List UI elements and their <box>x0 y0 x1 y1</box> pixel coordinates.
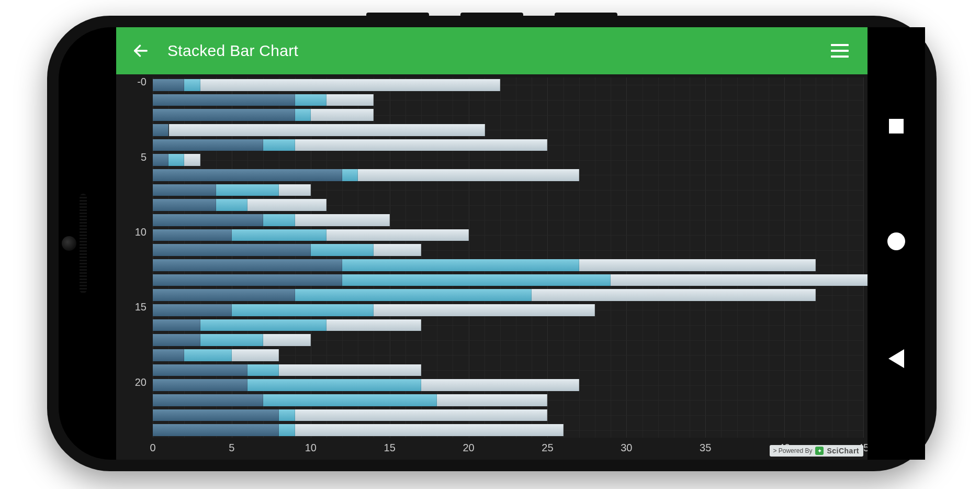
bar-segment-series3[interactable] <box>358 169 579 181</box>
plot-area[interactable] <box>153 77 863 438</box>
x-tick-label: 10 <box>305 442 317 454</box>
bar-row <box>153 409 547 421</box>
hamburger-menu-button[interactable] <box>831 39 855 63</box>
bar-row <box>153 379 579 391</box>
bar-segment-series3[interactable] <box>611 274 868 286</box>
bar-segment-series2[interactable] <box>168 154 184 165</box>
bar-segment-series3[interactable] <box>169 124 485 136</box>
arrow-left-icon <box>132 42 150 60</box>
bar-segment-series3[interactable] <box>437 394 547 406</box>
bar-segment-series3[interactable] <box>184 154 200 165</box>
bar-segment-series1[interactable] <box>153 364 247 376</box>
bar-segment-series1[interactable] <box>153 109 295 120</box>
bar-segment-series3[interactable] <box>311 109 374 120</box>
bar-segment-series3[interactable] <box>421 379 579 391</box>
x-tick-label: 20 <box>463 442 474 454</box>
bar-segment-series1[interactable] <box>153 139 263 151</box>
bar-segment-series1[interactable] <box>153 214 263 226</box>
bar-segment-series1[interactable] <box>153 124 168 136</box>
bar-segment-series1[interactable] <box>153 424 279 436</box>
bar-segment-series2[interactable] <box>216 199 247 210</box>
bar-segment-series3[interactable] <box>295 409 548 421</box>
bar-segment-series1[interactable] <box>153 394 263 406</box>
x-tick-label: 5 <box>229 442 234 454</box>
bar-segment-series2[interactable] <box>216 184 279 196</box>
bar-segment-series3[interactable] <box>532 289 816 301</box>
bar-row <box>153 154 200 165</box>
bar-segment-series2[interactable] <box>184 79 200 91</box>
y-axis: -05101520 <box>116 74 153 438</box>
bar-segment-series1[interactable] <box>153 184 216 196</box>
back-button[interactable] <box>129 39 153 63</box>
bar-segment-series1[interactable] <box>153 274 342 286</box>
bar-segment-series2[interactable] <box>279 424 295 436</box>
bar-segment-series2[interactable] <box>263 139 295 151</box>
bar-segment-series3[interactable] <box>326 94 374 106</box>
page-title: Stacked Bar Chart <box>167 42 831 60</box>
bar-segment-series3[interactable] <box>326 319 421 331</box>
nav-recent-icon[interactable] <box>889 119 904 134</box>
bar-segment-series1[interactable] <box>153 319 200 331</box>
scichart-logo-icon: ✦ <box>815 447 824 455</box>
bar-segment-series2[interactable] <box>263 214 295 226</box>
x-tick-label: 30 <box>621 442 632 454</box>
bar-segment-series3[interactable] <box>263 334 311 346</box>
bar-segment-series1[interactable] <box>153 199 216 210</box>
bar-segment-series2[interactable] <box>295 109 311 120</box>
bar-segment-series3[interactable] <box>232 349 279 361</box>
bar-segment-series1[interactable] <box>153 154 168 165</box>
bar-segment-series1[interactable] <box>153 379 247 391</box>
bar-segment-series2[interactable] <box>295 289 532 301</box>
nav-home-icon[interactable] <box>887 232 905 250</box>
bar-row <box>153 109 374 120</box>
bar-row <box>153 259 816 271</box>
bar-segment-series2[interactable] <box>200 334 264 346</box>
bar-segment-series3[interactable] <box>295 424 564 436</box>
bar-segment-series3[interactable] <box>279 364 421 376</box>
bar-row <box>153 364 421 376</box>
bar-segment-series2[interactable] <box>200 319 326 331</box>
bar-segment-series2[interactable] <box>311 244 374 255</box>
watermark-prefix: > Powered By <box>773 447 812 454</box>
bar-segment-series3[interactable] <box>279 184 310 196</box>
hamburger-line-icon <box>831 55 849 58</box>
bar-segment-series3[interactable] <box>295 139 548 151</box>
chart-container[interactable]: -05101520 051015202530354045 > Powered B… <box>116 74 868 460</box>
hamburger-line-icon <box>831 50 849 52</box>
bar-segment-series2[interactable] <box>342 274 611 286</box>
bar-segment-series3[interactable] <box>247 199 326 210</box>
y-tick-label: 10 <box>135 226 147 238</box>
bar-segment-series3[interactable] <box>374 244 421 255</box>
bar-segment-series1[interactable] <box>153 304 232 316</box>
bar-segment-series2[interactable] <box>232 229 326 241</box>
device-frame: Stacked Bar Chart -05101520 051015202530… <box>47 16 937 471</box>
bar-segment-series2[interactable] <box>295 94 326 106</box>
bar-segment-series2[interactable] <box>232 304 374 316</box>
bar-segment-series1[interactable] <box>153 229 232 241</box>
bar-segment-series3[interactable] <box>295 214 390 226</box>
speaker-left <box>80 194 87 293</box>
bar-segment-series1[interactable] <box>153 79 184 91</box>
bar-segment-series2[interactable] <box>342 169 358 181</box>
bar-segment-series1[interactable] <box>153 94 295 106</box>
bar-segment-series2[interactable] <box>247 379 421 391</box>
bar-segment-series2[interactable] <box>263 394 437 406</box>
bar-segment-series1[interactable] <box>153 409 279 421</box>
bar-segment-series1[interactable] <box>153 244 311 255</box>
bar-segment-series2[interactable] <box>184 349 232 361</box>
bar-segment-series1[interactable] <box>153 259 342 271</box>
nav-back-icon[interactable] <box>888 349 904 368</box>
bar-segment-series3[interactable] <box>326 229 469 241</box>
bar-segment-series2[interactable] <box>247 364 279 376</box>
bar-segment-series3[interactable] <box>200 79 500 91</box>
bar-segment-series3[interactable] <box>374 304 594 316</box>
bar-segment-series1[interactable] <box>153 169 342 181</box>
bar-segment-series2[interactable] <box>342 259 579 271</box>
bar-segment-series1[interactable] <box>153 334 200 346</box>
bar-segment-series1[interactable] <box>153 289 295 301</box>
bar-row <box>153 274 868 286</box>
bar-segment-series3[interactable] <box>579 259 816 271</box>
bar-segment-series1[interactable] <box>153 349 184 361</box>
scichart-watermark[interactable]: > Powered By ✦ SciChart <box>770 445 863 457</box>
bar-segment-series2[interactable] <box>279 409 295 421</box>
